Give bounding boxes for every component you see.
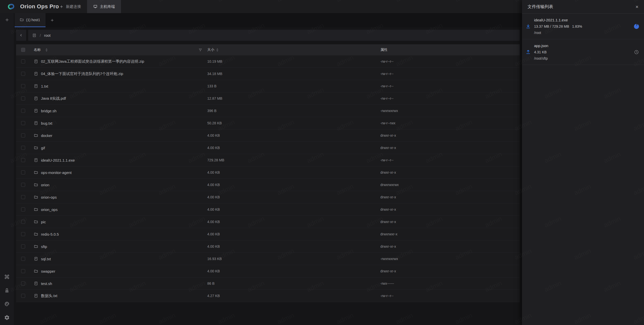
row-checkbox[interactable]: [21, 195, 25, 199]
sort-size-icon[interactable]: [216, 48, 218, 52]
table-row[interactable]: swapper 4.00 KB drwxr-xr-x: [16, 265, 520, 277]
row-checkbox[interactable]: [21, 84, 25, 88]
row-checkbox[interactable]: [21, 121, 25, 125]
theme-palette-button[interactable]: [4, 301, 10, 307]
table-row[interactable]: sftp 4.00 KB drwxr-xr-x: [16, 240, 520, 253]
stamp-button[interactable]: [4, 287, 10, 293]
file-name[interactable]: test.sh: [41, 281, 52, 286]
file-name[interactable]: pic: [41, 220, 46, 224]
row-checkbox[interactable]: [21, 281, 25, 285]
row-checkbox[interactable]: [21, 269, 25, 273]
filter-icon[interactable]: [198, 48, 202, 52]
table-row[interactable]: idealU-2021.1.1.exe 729.28 MB -rw-r--r--: [16, 154, 520, 166]
select-all-checkbox[interactable]: [21, 48, 25, 52]
folder-icon: [34, 269, 38, 273]
row-checkbox[interactable]: [21, 244, 25, 248]
table-row[interactable]: bug.txt 50.28 KB -rw-r--rwx: [16, 117, 520, 129]
row-checkbox[interactable]: [21, 59, 25, 63]
file-name[interactable]: orion-ops: [41, 195, 57, 199]
add-tab-button[interactable]: [50, 13, 54, 27]
table-row[interactable]: ops-monitor-agent 4.00 KB drwxr-xr-x: [16, 166, 520, 179]
sort-name-icon[interactable]: [46, 48, 48, 52]
table-row[interactable]: 02_互联网Java工程师面试突击训练课程第一季的内容说明.zip 10.19 …: [16, 55, 520, 68]
table-row[interactable]: Java 8实战.pdf 12.87 MB -rw-r--r--: [16, 92, 520, 105]
row-checkbox[interactable]: [21, 257, 25, 261]
breadcrumb[interactable]: / root: [28, 30, 520, 41]
table-row[interactable]: test.sh 86 B -rwx------: [16, 277, 520, 290]
row-checkbox[interactable]: [21, 133, 25, 137]
row-checkbox[interactable]: [21, 72, 25, 76]
file-name[interactable]: 02_互联网Java工程师面试突击训练课程第一季的内容说明.zip: [41, 59, 144, 64]
pending-clock-icon[interactable]: [634, 50, 639, 55]
table-row[interactable]: orion_ops 4.00 KB drwxr-xr-x: [16, 203, 520, 216]
folder-icon: [34, 133, 38, 138]
column-header-name[interactable]: 名称: [34, 48, 41, 52]
row-checkbox[interactable]: [21, 232, 25, 236]
transfer-progress-text: 13.37 MB / 729.28 MB 1.83%: [534, 24, 582, 28]
file-name[interactable]: 1.txt: [41, 84, 48, 88]
transfer-item-upload[interactable]: app.json 4.31 KB /root/sftp: [522, 39, 644, 65]
file-name[interactable]: Java 8实战.pdf: [41, 96, 66, 101]
row-checkbox[interactable]: [21, 294, 25, 298]
file-icon: [34, 294, 38, 298]
file-name[interactable]: swapper: [41, 269, 55, 273]
tab-label: (1) host1: [26, 18, 40, 22]
table-row[interactable]: redis-5.0.5 4.00 KB drwxrwxr-x: [16, 228, 520, 240]
table-row[interactable]: 数据头.txt 4.27 KB -rw-r--r--: [16, 290, 520, 302]
folder-icon: [34, 170, 38, 175]
file-name[interactable]: sftp: [41, 244, 47, 249]
breadcrumb-current[interactable]: root: [44, 33, 51, 38]
file-name[interactable]: redis-5.0.5: [41, 232, 59, 236]
file-name[interactable]: sql.txt: [41, 257, 51, 261]
row-checkbox[interactable]: [21, 96, 25, 100]
file-name[interactable]: orion: [41, 183, 49, 187]
table-row[interactable]: 04_体验一下面试官对于消息队列的7个连环炮.zip 34.18 MB -rw-…: [16, 68, 520, 80]
table-row[interactable]: gif 4.00 KB drwxr-xr-x: [16, 142, 520, 154]
settings-gear-icon[interactable]: [4, 315, 10, 320]
table-row[interactable]: bridge.sh 396 B -rwxrwxrwx: [16, 105, 520, 117]
file-icon: [34, 96, 38, 101]
row-checkbox[interactable]: [21, 220, 25, 224]
file-permissions: drwxr-xr-x: [380, 269, 396, 273]
file-table: 名称 大小 属性 02_互联网Jav: [16, 44, 520, 302]
close-icon[interactable]: ×: [635, 4, 638, 9]
file-name[interactable]: orion_ops: [41, 207, 58, 212]
table-body: 02_互联网Java工程师面试突击训练课程第一季的内容说明.zip 10.19 …: [16, 55, 520, 302]
transfer-item-text: idealU-2021.1.1.exe 13.37 MB / 729.28 MB…: [534, 18, 582, 35]
file-size: 729.28 MB: [207, 158, 224, 162]
new-connection-plus-button[interactable]: [5, 17, 10, 22]
row-checkbox[interactable]: [21, 109, 25, 113]
file-permissions: -rwx------: [380, 281, 394, 285]
menu-item-label: 新建连接: [66, 4, 81, 9]
table-row[interactable]: 1.txt 133 B -rw-r--r--: [16, 80, 520, 92]
file-name[interactable]: ops-monitor-agent: [41, 170, 72, 175]
table-row[interactable]: docker 4.00 KB drwxr-xr-x: [16, 129, 520, 142]
row-checkbox[interactable]: [21, 146, 25, 150]
table-row[interactable]: orion 4.00 KB drwxrwxrwx: [16, 179, 520, 191]
file-name[interactable]: bug.txt: [41, 121, 52, 125]
row-checkbox[interactable]: [21, 170, 25, 174]
main-content: / root 名称 大小 属性: [14, 27, 522, 325]
table-row[interactable]: sql.txt 16.93 KB -rwxrwxrwx: [16, 253, 520, 265]
file-name[interactable]: gif: [41, 146, 45, 150]
file-name[interactable]: idealU-2021.1.1.exe: [41, 158, 75, 162]
tab-host1[interactable]: (1) host1: [15, 13, 46, 27]
column-header-size[interactable]: 大小: [207, 48, 214, 52]
table-row[interactable]: pic 4.00 KB drwxr-xr-x: [16, 216, 520, 228]
row-checkbox[interactable]: [21, 158, 25, 162]
table-row[interactable]: orion-ops 4.00 KB drwxr-xr-x: [16, 191, 520, 203]
row-checkbox[interactable]: [21, 207, 25, 211]
row-checkbox[interactable]: [21, 183, 25, 187]
file-name[interactable]: docker: [41, 133, 52, 138]
file-permissions: -rw-r--rwx: [380, 121, 395, 125]
progress-pie-icon[interactable]: [634, 24, 639, 29]
transfer-item-download[interactable]: idealU-2021.1.1.exe 13.37 MB / 729.28 MB…: [522, 14, 644, 39]
file-name[interactable]: 04_体验一下面试官对于消息队列的7个连环炮.zip: [41, 71, 123, 76]
back-button[interactable]: [16, 30, 26, 41]
menu-item-host-terminal[interactable]: 主机终端: [87, 0, 121, 13]
transfer-path: /root/sftp: [534, 56, 548, 60]
file-name[interactable]: 数据头.txt: [41, 294, 57, 298]
command-palette-button[interactable]: [4, 274, 10, 280]
menu-item-new-connection[interactable]: 新建连接: [53, 0, 87, 13]
file-name[interactable]: bridge.sh: [41, 109, 57, 113]
